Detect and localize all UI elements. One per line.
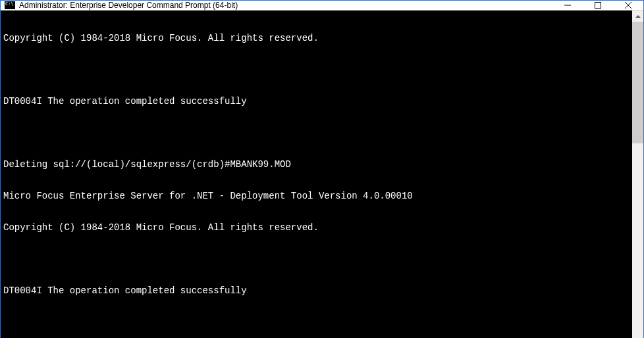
maximize-icon bbox=[595, 2, 601, 9]
terminal-line bbox=[3, 254, 630, 264]
window-title: Administrator: Enterprise Developer Comm… bbox=[19, 1, 238, 10]
app-icon bbox=[5, 1, 15, 9]
minimize-icon bbox=[564, 2, 571, 9]
scrollbar-thumb[interactable] bbox=[632, 22, 643, 143]
svg-rect-1 bbox=[595, 3, 601, 9]
window-controls bbox=[552, 1, 643, 10]
terminal-line: DT0004I The operation completed successf… bbox=[3, 96, 630, 107]
minimize-button[interactable] bbox=[552, 1, 583, 10]
close-button[interactable] bbox=[613, 1, 643, 10]
terminal-line: Micro Focus Enterprise Server for .NET -… bbox=[3, 191, 630, 201]
titlebar[interactable]: Administrator: Enterprise Developer Comm… bbox=[1, 1, 643, 11]
terminal-output[interactable]: Copyright (C) 1984-2018 Micro Focus. All… bbox=[1, 11, 632, 338]
close-icon bbox=[625, 2, 631, 9]
scroll-up-button[interactable] bbox=[632, 11, 643, 22]
scrollbar[interactable] bbox=[632, 11, 643, 338]
terminal-line bbox=[3, 317, 630, 327]
terminal-line bbox=[3, 64, 630, 75]
terminal-line: Deleting sql://(local)/sqlexpress/(crdb)… bbox=[3, 159, 630, 170]
terminal-line: Copyright (C) 1984-2018 Micro Focus. All… bbox=[3, 222, 630, 233]
window-frame: Administrator: Enterprise Developer Comm… bbox=[0, 0, 644, 338]
terminal-line: DT0004I The operation completed successf… bbox=[3, 285, 630, 296]
terminal-line bbox=[3, 128, 630, 138]
scrollbar-track[interactable] bbox=[632, 22, 643, 338]
svg-marker-4 bbox=[635, 15, 641, 18]
content-area: Copyright (C) 1984-2018 Micro Focus. All… bbox=[1, 11, 643, 338]
chevron-up-icon bbox=[635, 15, 641, 18]
terminal-line: Copyright (C) 1984-2018 Micro Focus. All… bbox=[3, 33, 630, 43]
maximize-button[interactable] bbox=[583, 1, 613, 10]
